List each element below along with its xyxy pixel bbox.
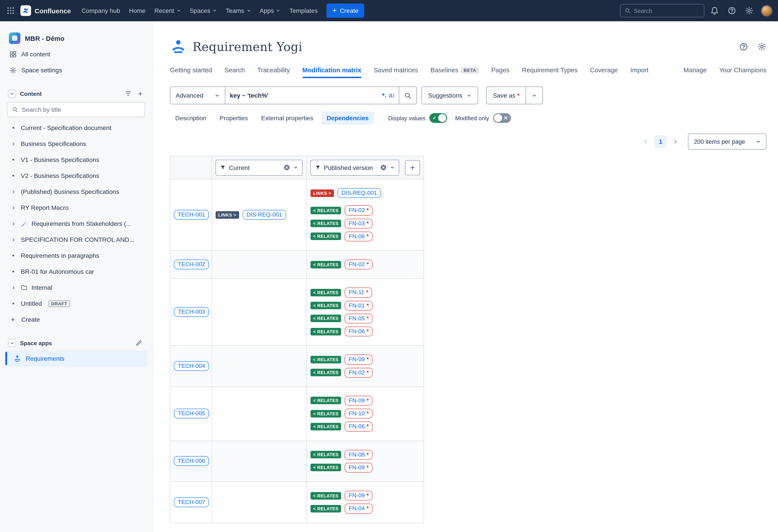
chip-properties[interactable]: Properties <box>214 111 253 125</box>
topbar-nav-company-hub[interactable]: Company hub <box>77 4 125 17</box>
tab-import[interactable]: Import <box>630 67 648 76</box>
prev-page-button[interactable] <box>640 136 651 147</box>
collapse-content-button[interactable] <box>8 90 16 98</box>
requirement-link-modified[interactable]: FN-04* <box>345 504 373 514</box>
requirement-link-modified[interactable]: FN-09* <box>345 355 373 365</box>
sidebar-item-space-settings[interactable]: Space settings <box>5 62 147 78</box>
requirement-link-modified[interactable]: FN-06* <box>345 326 373 336</box>
topbar-nav-apps[interactable]: Apps <box>255 4 285 17</box>
settings-button[interactable] <box>742 4 756 18</box>
chevron-right-icon[interactable] <box>10 189 17 194</box>
help-button[interactable] <box>725 4 739 18</box>
requirement-link[interactable]: TECH-007 <box>174 497 209 507</box>
global-search-input[interactable] <box>634 7 700 14</box>
tab-your-champions[interactable]: Your Champions <box>719 67 767 76</box>
sidebar-create-button[interactable]: + Create <box>5 311 147 327</box>
requirement-link[interactable]: TECH-006 <box>174 456 209 466</box>
sidebar-search[interactable] <box>7 102 145 117</box>
tree-item-requirements-in-paragraphs[interactable]: Requirements in paragraphs <box>5 248 147 263</box>
tab-requirement-types[interactable]: Requirement Types <box>522 67 577 76</box>
tree-item-current-specification-document[interactable]: Current - Specification document <box>5 120 147 136</box>
tab-coverage[interactable]: Coverage <box>590 67 618 76</box>
add-column-button[interactable]: + <box>405 160 420 175</box>
requirement-link[interactable]: TECH-004 <box>174 361 209 371</box>
topbar-nav-spaces[interactable]: Spaces <box>185 4 221 17</box>
tab-saved-matrices[interactable]: Saved matrices <box>374 67 418 76</box>
query-box[interactable]: AI <box>226 86 399 104</box>
chevron-right-icon[interactable] <box>10 285 17 290</box>
requirement-link[interactable]: DIS-REQ-001 <box>242 210 286 220</box>
next-page-button[interactable] <box>671 136 681 147</box>
add-content-button[interactable]: + <box>138 90 142 97</box>
tree-item-specification-for-control-and[interactable]: SPECIFICATION FOR CONTROL AND... <box>5 232 147 248</box>
tree-item-v1-business-specifications[interactable]: V1 - Business Specifications <box>5 152 147 168</box>
requirement-link-modified[interactable]: FN-02* <box>345 368 373 378</box>
tab-modification-matrix[interactable]: Modification matrix <box>302 67 361 76</box>
save-as-button[interactable]: Save as * <box>486 86 526 104</box>
tab-getting-started[interactable]: Getting started <box>170 67 212 76</box>
create-button[interactable]: + Create <box>327 4 364 18</box>
requirement-link[interactable]: TECH-003 <box>174 307 209 317</box>
topbar-nav-recent[interactable]: Recent <box>150 4 185 17</box>
requirement-link-modified[interactable]: FN-06* <box>345 232 373 242</box>
requirement-link-modified[interactable]: FN-02* <box>345 259 373 270</box>
chip-external-properties[interactable]: External properties <box>256 111 319 125</box>
collapse-space-apps-button[interactable] <box>8 339 16 347</box>
clear-current-filter-button[interactable] <box>284 164 290 171</box>
requirement-link-modified[interactable]: FN-11* <box>345 288 372 298</box>
requirement-link-modified[interactable]: FN-09* <box>345 463 373 473</box>
sidebar-search-input[interactable] <box>22 106 140 113</box>
page-size-select[interactable]: 200 items per page <box>688 134 767 150</box>
ry-help-button[interactable] <box>739 42 748 51</box>
requirement-link[interactable]: TECH-001 <box>174 210 209 220</box>
requirement-link-modified[interactable]: FN-08* <box>345 450 373 460</box>
topbar-nav-templates[interactable]: Templates <box>285 4 322 17</box>
sidebar-item-requirements[interactable]: Requirements <box>5 351 147 367</box>
tree-item-v2-business-specifications[interactable]: V2 - Business Specifications <box>5 168 147 184</box>
space-header[interactable]: MBR - Démo <box>5 30 147 46</box>
notifications-button[interactable] <box>707 4 722 18</box>
chip-description[interactable]: Description <box>170 111 212 125</box>
requirement-link-modified[interactable]: FN-02* <box>345 206 373 216</box>
app-switcher-button[interactable] <box>4 4 18 18</box>
tab-pages[interactable]: Pages <box>491 67 510 76</box>
requirement-link-modified[interactable]: FN-01* <box>345 301 373 311</box>
avatar[interactable] <box>761 5 773 17</box>
chevron-right-icon[interactable] <box>10 237 17 242</box>
published-column-select[interactable]: Published version <box>310 159 399 175</box>
topbar-nav-teams[interactable]: Teams <box>222 4 255 17</box>
requirement-link[interactable]: TECH-002 <box>174 259 209 270</box>
search-mode-select[interactable]: Advanced <box>170 86 226 104</box>
chevron-right-icon[interactable] <box>10 141 17 146</box>
query-input[interactable] <box>230 92 377 99</box>
tree-item-internal[interactable]: Internal <box>5 280 147 296</box>
requirement-link-modified[interactable]: FN-06* <box>345 422 373 432</box>
chevron-right-icon[interactable] <box>10 205 17 210</box>
tree-item-ry-report-macro[interactable]: RY Report Macro <box>5 200 147 216</box>
requirement-link-modified[interactable]: FN-09* <box>345 491 373 501</box>
suggestions-button[interactable]: Suggestions <box>421 86 478 104</box>
topbar-nav-home[interactable]: Home <box>125 4 150 17</box>
chip-dependencies[interactable]: Dependencies <box>321 111 374 125</box>
tree-item-br-01-for-autonomous-car[interactable]: BR-01 for Autonomous car <box>5 263 147 280</box>
current-page[interactable]: 1 <box>654 135 667 148</box>
tab-search[interactable]: Search <box>224 67 245 76</box>
tree-item-published-business-specifications[interactable]: (Published) Business Specifications <box>5 184 147 200</box>
clear-published-filter-button[interactable] <box>380 164 387 171</box>
save-as-dropdown-button[interactable] <box>526 86 543 104</box>
requirement-link-modified[interactable]: FN-05* <box>345 314 373 324</box>
run-search-button[interactable] <box>399 86 417 104</box>
ry-settings-button[interactable] <box>757 42 767 51</box>
tab-baselines[interactable]: BaselinesBETA <box>431 67 479 76</box>
global-search[interactable] <box>620 4 704 17</box>
requirement-link-modified[interactable]: FN-09* <box>345 396 373 406</box>
tree-item-business-specifications[interactable]: Business Specifications <box>5 136 147 152</box>
current-column-select[interactable]: Current <box>216 159 303 175</box>
edit-space-apps-button[interactable] <box>135 339 142 347</box>
tab-manage[interactable]: Manage <box>684 67 707 76</box>
ai-button[interactable]: AI <box>380 92 395 99</box>
modified-only-toggle[interactable]: ✕ <box>493 113 511 123</box>
requirement-link[interactable]: TECH-005 <box>174 409 209 419</box>
requirement-link-modified[interactable]: FN-10* <box>345 409 373 419</box>
chevron-right-icon[interactable] <box>10 221 17 226</box>
